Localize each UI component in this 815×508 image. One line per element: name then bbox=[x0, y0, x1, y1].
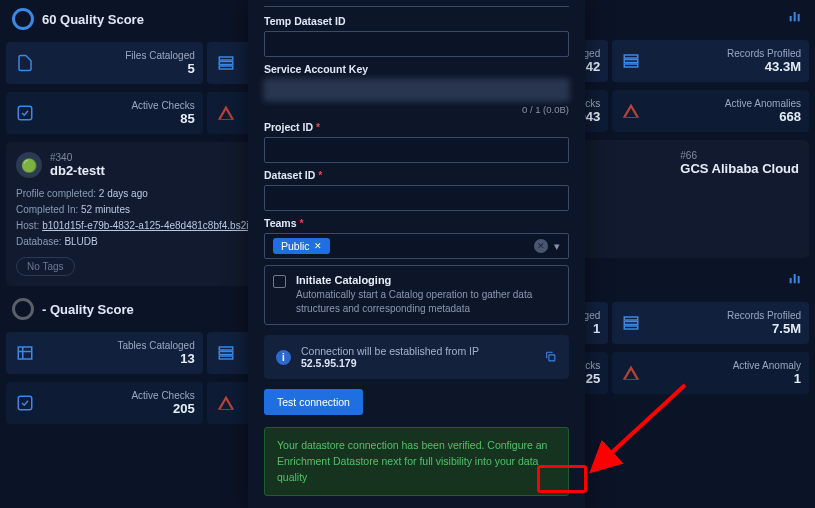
datastore-config-modal: Temp Dataset ID Service Account Key 0 / … bbox=[248, 0, 585, 508]
svg-rect-0 bbox=[219, 57, 233, 60]
stat-label: Records Profiled bbox=[647, 48, 801, 59]
modal-footer: Finish Next bbox=[264, 502, 569, 508]
card-id: #340 bbox=[50, 152, 105, 163]
svg-rect-4 bbox=[18, 347, 32, 359]
svg-rect-15 bbox=[625, 64, 639, 67]
score-circle-icon bbox=[12, 8, 34, 30]
no-tags-badge: No Tags bbox=[16, 257, 75, 276]
test-connection-button[interactable]: Test connection bbox=[264, 389, 363, 415]
stat-label: Active Checks bbox=[41, 390, 195, 401]
svg-rect-10 bbox=[794, 12, 796, 21]
project-id-label: Project ID* bbox=[264, 121, 569, 133]
file-icon bbox=[14, 52, 36, 74]
form-group-teams: Teams* Public✕ ✕ ▾ bbox=[264, 217, 569, 259]
svg-rect-14 bbox=[625, 60, 639, 63]
stat-label: Active Anomaly bbox=[647, 360, 801, 371]
list-icon bbox=[620, 312, 642, 334]
stat-active-anomalies[interactable]: Active Anomalies668 bbox=[612, 90, 809, 132]
svg-rect-8 bbox=[18, 396, 32, 410]
service-account-key-label: Service Account Key bbox=[264, 63, 569, 75]
svg-rect-2 bbox=[219, 66, 233, 69]
clear-icon[interactable]: ✕ bbox=[534, 239, 548, 253]
card-title: GCS Alibaba Cloud bbox=[680, 161, 799, 176]
stat-value: 13 bbox=[41, 351, 195, 366]
stat-value: 43.3M bbox=[647, 59, 801, 74]
connection-ip-banner: i Connection will be established from IP… bbox=[264, 335, 569, 379]
stat-label: Records Profiled bbox=[647, 310, 801, 321]
teams-select[interactable]: Public✕ ✕ ▾ bbox=[264, 233, 569, 259]
svg-rect-19 bbox=[798, 276, 800, 283]
chip-remove-icon[interactable]: ✕ bbox=[314, 241, 322, 251]
initiate-cataloging-title: Initiate Cataloging bbox=[296, 274, 560, 286]
svg-rect-6 bbox=[219, 352, 233, 355]
list-icon bbox=[215, 342, 237, 364]
info-icon: i bbox=[276, 350, 291, 365]
stat-value: 668 bbox=[647, 109, 801, 124]
stat-records-profiled[interactable]: Records Profiled43.3M bbox=[612, 40, 809, 82]
stat-files-cataloged[interactable]: Files Cataloged5 bbox=[6, 42, 203, 84]
stat-value: 205 bbox=[41, 401, 195, 416]
chart-icon[interactable] bbox=[787, 270, 803, 290]
team-chip-public[interactable]: Public✕ bbox=[273, 238, 330, 254]
initiate-cataloging-desc: Automatically start a Catalog operation … bbox=[296, 288, 560, 316]
form-group-service-account-key: Service Account Key 0 / 1 (0.0B) bbox=[264, 63, 569, 115]
svg-rect-21 bbox=[625, 322, 639, 325]
svg-rect-7 bbox=[219, 356, 233, 359]
table-icon bbox=[14, 342, 36, 364]
info-text: Connection will be established from IP 5… bbox=[301, 345, 534, 369]
card-title: db2-testt bbox=[50, 163, 105, 178]
form-group-project-id: Project ID* bbox=[264, 121, 569, 163]
avatar: 🟢 bbox=[16, 152, 42, 178]
dataset-id-label: Dataset ID* bbox=[264, 169, 569, 181]
form-group-temp-dataset: Temp Dataset ID bbox=[264, 15, 569, 57]
stat-active-anomaly[interactable]: Active Anomaly1 bbox=[612, 352, 809, 394]
svg-rect-20 bbox=[625, 317, 639, 320]
stat-label: Files Cataloged bbox=[41, 50, 195, 61]
score-circle-icon bbox=[12, 298, 34, 320]
copy-ip-icon[interactable] bbox=[544, 350, 557, 365]
card-id: #66 bbox=[680, 150, 799, 161]
stat-active-checks[interactable]: Active Checks205 bbox=[6, 382, 203, 424]
check-icon bbox=[14, 392, 36, 414]
warning-icon bbox=[620, 100, 642, 122]
stat-label: Tables Cataloged bbox=[41, 340, 195, 351]
stat-tables-cataloged[interactable]: Tables Cataloged13 bbox=[6, 332, 203, 374]
stat-active-checks[interactable]: Active Checks85 bbox=[6, 92, 203, 134]
form-group-dataset-id: Dataset ID* bbox=[264, 169, 569, 211]
svg-rect-13 bbox=[625, 55, 639, 58]
svg-rect-22 bbox=[625, 326, 639, 329]
svg-rect-9 bbox=[790, 16, 792, 21]
stat-value: 85 bbox=[41, 111, 195, 126]
warning-icon bbox=[620, 362, 642, 384]
chevron-down-icon[interactable]: ▾ bbox=[554, 240, 560, 253]
file-counter: 0 / 1 (0.0B) bbox=[264, 104, 569, 115]
stat-value: 7.5M bbox=[647, 321, 801, 336]
quality-score-text: 60 Quality Score bbox=[42, 12, 144, 27]
svg-rect-5 bbox=[219, 347, 233, 350]
teams-label: Teams* bbox=[264, 217, 569, 229]
temp-dataset-input[interactable] bbox=[264, 31, 569, 57]
stat-label: Active Anomalies bbox=[647, 98, 801, 109]
chart-icon[interactable] bbox=[787, 8, 803, 28]
divider bbox=[264, 6, 569, 7]
temp-dataset-label: Temp Dataset ID bbox=[264, 15, 569, 27]
quality-score-text: - Quality Score bbox=[42, 302, 134, 317]
dataset-id-input[interactable] bbox=[264, 185, 569, 211]
stat-records-profiled[interactable]: Records Profiled7.5M bbox=[612, 302, 809, 344]
initiate-cataloging-checkbox[interactable] bbox=[273, 275, 286, 288]
svg-rect-11 bbox=[798, 14, 800, 21]
initiate-cataloging-option[interactable]: Initiate Cataloging Automatically start … bbox=[264, 265, 569, 325]
svg-rect-3 bbox=[18, 106, 32, 120]
warning-icon bbox=[215, 392, 237, 414]
list-icon bbox=[620, 50, 642, 72]
svg-rect-17 bbox=[790, 278, 792, 283]
check-icon bbox=[14, 102, 36, 124]
list-icon bbox=[215, 52, 237, 74]
connection-success-message: Your datastore connection has been verif… bbox=[264, 427, 569, 496]
warning-icon bbox=[215, 102, 237, 124]
stat-label: Active Checks bbox=[41, 100, 195, 111]
service-account-key-upload[interactable] bbox=[264, 79, 569, 101]
stat-value: 5 bbox=[41, 61, 195, 76]
project-id-input[interactable] bbox=[264, 137, 569, 163]
svg-rect-18 bbox=[794, 274, 796, 283]
